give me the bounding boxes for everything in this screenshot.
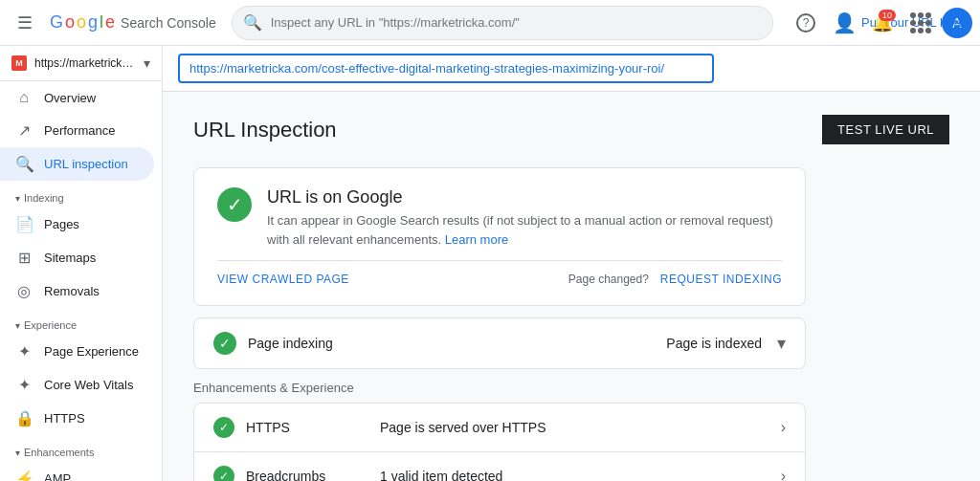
sidebar-item-url-inspection[interactable]: 🔍 URL inspection	[0, 147, 154, 181]
content-area: URL Inspection TEST LIVE URL ✓ URL is on…	[163, 46, 980, 481]
enhancement-row-breadcrumbs[interactable]: ✓ Breadcrumbs 1 valid item detected ›	[194, 452, 805, 481]
page-indexing-label: Page indexing	[248, 336, 666, 351]
page-experience-icon: ✦	[15, 342, 33, 361]
test-live-url-button[interactable]: TEST LIVE URL	[822, 115, 949, 144]
checkmark-icon: ✓	[227, 193, 243, 216]
status-icon-circle: ✓	[217, 187, 252, 222]
hamburger-menu-button[interactable]: ☰	[8, 6, 42, 40]
page-indexing-card: ✓ Page indexing Page is indexed ▾	[193, 317, 806, 369]
performance-icon: ↗	[15, 121, 33, 140]
sidebar-item-pages[interactable]: 📄 Pages	[0, 208, 154, 241]
property-favicon: M	[11, 55, 27, 71]
apps-button[interactable]	[903, 6, 938, 40]
sidebar-item-page-experience-label: Page Experience	[44, 344, 139, 359]
enhancement-row-https[interactable]: ✓ HTTPS Page is served over HTTPS ›	[194, 404, 805, 452]
sidebar-item-pages-label: Pages	[44, 217, 79, 231]
url-search-input[interactable]	[232, 6, 773, 40]
sidebar-item-removals[interactable]: ◎ Removals	[0, 274, 154, 308]
https-icon: 🔒	[15, 409, 33, 427]
enhancements-section-label: Enhancements & Experience	[193, 381, 806, 395]
google-logo: Google Search Console	[50, 12, 216, 33]
indexing-caret-icon: ▾	[15, 193, 20, 204]
indexing-section-label[interactable]: ▾ Indexing	[0, 181, 162, 208]
apps-icon	[910, 12, 931, 33]
sidebar-item-sitemaps[interactable]: ⊞ Sitemaps	[0, 241, 154, 274]
main-layout: M https://marketricka... ▾ ⌂ Overview ↗ …	[0, 46, 980, 481]
page-indexing-row[interactable]: ✓ Page indexing Page is indexed ▾	[194, 318, 805, 368]
status-header: ✓ URL is on Google It can appear in Goog…	[217, 187, 782, 249]
search-icon: 🔍	[243, 13, 262, 32]
page-header: URL Inspection TEST LIVE URL	[193, 115, 949, 144]
page-indexing-chevron-icon: ▾	[777, 333, 786, 354]
check-icon: ✓	[219, 470, 229, 481]
sidebar-item-https-label: HTTPS	[44, 411, 85, 426]
sidebar-item-core-web-vitals-label: Core Web Vitals	[44, 378, 133, 392]
sidebar-item-overview-label: Overview	[44, 91, 96, 105]
page-changed-area: Page changed? REQUEST INDEXING	[568, 273, 782, 286]
experience-section-label[interactable]: ▾ Experience	[0, 308, 162, 335]
help-icon: ?	[796, 13, 815, 33]
sidebar-item-overview[interactable]: ⌂ Overview	[0, 81, 154, 114]
help-button[interactable]: ?	[789, 6, 823, 40]
enhancement-https-name: HTTPS	[246, 420, 380, 435]
page-indexing-status-icon: ✓	[213, 332, 236, 355]
sidebar-item-sitemaps-label: Sitemaps	[44, 251, 96, 265]
property-name: https://marketricka...	[34, 56, 136, 70]
sitemaps-icon: ⊞	[15, 249, 33, 267]
status-actions: VIEW CRAWLED PAGE Page changed? REQUEST …	[217, 260, 782, 286]
enhancement-breadcrumbs-name: Breadcrumbs	[246, 469, 380, 481]
enhancements-card: ✓ HTTPS Page is served over HTTPS › ✓ Br…	[193, 403, 806, 481]
page-title: URL Inspection	[193, 118, 337, 142]
status-text-block: URL is on Google It can appear in Google…	[267, 187, 782, 249]
sidebar-item-performance[interactable]: ↗ Performance	[0, 114, 154, 147]
enhancements-caret-icon: ▾	[15, 448, 20, 458]
status-title: URL is on Google	[267, 187, 782, 208]
page-changed-label: Page changed?	[568, 273, 649, 286]
page-content: URL Inspection TEST LIVE URL ✓ URL is on…	[163, 92, 980, 481]
learn-more-link[interactable]: Learn more	[445, 232, 508, 247]
sidebar-item-removals-label: Removals	[44, 284, 100, 298]
enhancement-breadcrumbs-status: 1 valid item detected	[380, 469, 781, 481]
notifications-badge: 10	[879, 10, 896, 21]
topbar: ☰ Google Search Console 🔍 ← Put Your URL…	[0, 0, 980, 46]
account-icon: 👤	[833, 11, 857, 34]
check-icon: ✓	[219, 421, 229, 434]
inspected-url-input[interactable]	[178, 54, 714, 83]
enhancement-breadcrumbs-icon: ✓	[213, 466, 234, 481]
status-description: It can appear in Google Search results (…	[267, 211, 782, 249]
removals-icon: ◎	[15, 282, 33, 300]
core-web-vitals-icon: ✦	[15, 376, 33, 394]
experience-caret-icon: ▾	[15, 320, 20, 331]
url-inspection-icon: 🔍	[15, 155, 33, 173]
view-crawled-page-link[interactable]: VIEW CRAWLED PAGE	[217, 273, 349, 286]
sidebar-item-amp[interactable]: ⚡ AMP	[0, 462, 154, 481]
property-chevron-icon: ▾	[144, 55, 150, 71]
sidebar-item-amp-label: AMP	[44, 471, 71, 481]
request-indexing-link[interactable]: REQUEST INDEXING	[660, 273, 782, 286]
check-icon: ✓	[219, 336, 231, 351]
url-inspection-bar	[163, 46, 980, 92]
pages-icon: 📄	[15, 215, 33, 233]
sidebar-item-performance-label: Performance	[44, 123, 115, 138]
sidebar-item-https[interactable]: 🔒 HTTPS	[0, 402, 154, 435]
status-card: ✓ URL is on Google It can appear in Goog…	[193, 167, 806, 306]
overview-icon: ⌂	[15, 89, 33, 106]
sidebar-item-core-web-vitals[interactable]: ✦ Core Web Vitals	[0, 368, 154, 402]
page-indexing-value: Page is indexed	[666, 336, 762, 351]
notifications-button[interactable]: 🔔 10	[865, 6, 900, 40]
sidebar-item-url-inspection-label: URL inspection	[44, 157, 128, 171]
property-selector[interactable]: M https://marketricka... ▾	[0, 46, 162, 81]
enhancement-https-status: Page is served over HTTPS	[380, 420, 781, 435]
sidebar: M https://marketricka... ▾ ⌂ Overview ↗ …	[0, 46, 163, 481]
topbar-left: ☰ Google Search Console	[8, 6, 216, 40]
enhancements-section-label[interactable]: ▾ Enhancements	[0, 435, 162, 462]
sidebar-item-page-experience[interactable]: ✦ Page Experience	[0, 335, 154, 368]
account-circle-button[interactable]: 👤	[827, 6, 861, 40]
app-name: Search Console	[121, 15, 216, 31]
search-bar-wrapper: 🔍 ← Put Your URL here	[232, 6, 773, 40]
enhancement-breadcrumbs-chevron-icon: ›	[781, 468, 786, 481]
amp-icon: ⚡	[15, 470, 33, 481]
enhancement-https-chevron-icon: ›	[781, 419, 786, 436]
enhancement-https-icon: ✓	[213, 417, 234, 438]
